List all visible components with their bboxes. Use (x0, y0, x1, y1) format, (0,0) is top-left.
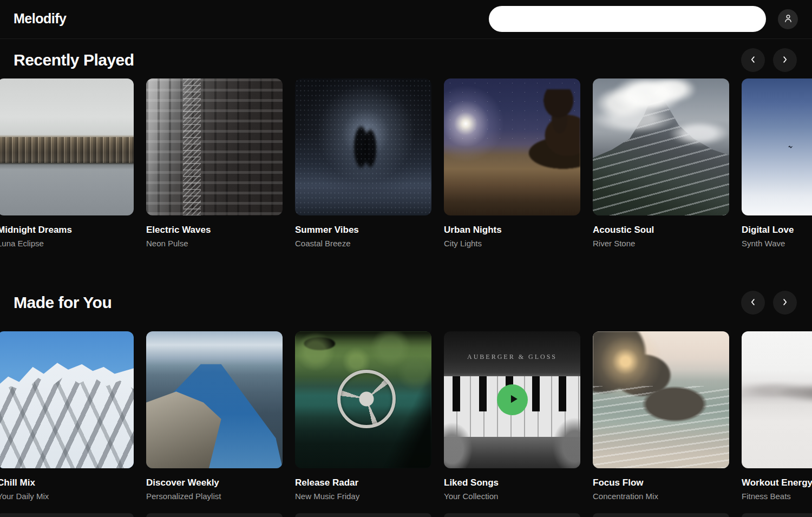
album-art (295, 331, 431, 468)
card-title: Chill Mix (0, 477, 134, 488)
album-art (444, 78, 580, 215)
card-subtitle: Coastal Breeze (295, 239, 431, 248)
card-title: Workout Energy (742, 477, 812, 488)
album-art (0, 331, 134, 468)
card-subtitle: Neon Pulse (146, 239, 283, 248)
album-art (0, 78, 134, 215)
card-subtitle: Luna Eclipse (0, 239, 134, 248)
section-title: Recently Played (14, 51, 134, 69)
carousel-next-button[interactable] (773, 291, 797, 315)
card-title: Discover Weekly (146, 477, 283, 488)
playlist-card[interactable]: Chill Mix Your Daily Mix (0, 331, 134, 501)
card-subtitle: Concentration Mix (593, 492, 729, 501)
recently-played-carousel[interactable]: Midnight Dreams Luna Eclipse Electric Wa… (0, 78, 812, 248)
playlist-card[interactable]: Focus Flow Concentration Mix (593, 331, 729, 501)
card-subtitle: New Music Friday (295, 492, 431, 501)
next-section-card-peek (0, 513, 812, 517)
album-art (742, 331, 812, 468)
chevron-right-icon (780, 297, 790, 309)
chevron-left-icon (748, 297, 758, 309)
album-art (146, 78, 283, 215)
card-subtitle: Your Daily Mix (0, 492, 134, 501)
playlist-card[interactable]: Urban Nights City Lights (444, 78, 580, 248)
chevron-right-icon (780, 55, 790, 66)
carousel-prev-button[interactable] (741, 291, 765, 315)
album-art (146, 331, 283, 468)
made-for-you-carousel[interactable]: Chill Mix Your Daily Mix Discover Weekly… (0, 331, 812, 501)
playlist-card[interactable]: Acoustic Soul River Stone (593, 78, 729, 248)
playlist-card[interactable]: Workout Energy Fitness Beats (742, 331, 812, 501)
section-recently-played: Recently Played Midnight Dreams Luna Ecl… (0, 48, 812, 248)
chevron-left-icon (748, 55, 758, 66)
card-title: Midnight Dreams (0, 225, 134, 235)
album-art (593, 331, 729, 468)
album-art (742, 78, 812, 215)
search-input[interactable] (489, 6, 766, 32)
card-subtitle: Synth Wave (742, 239, 812, 248)
card-title: Release Radar (295, 477, 431, 488)
playlist-card[interactable]: Discover Weekly Personalized Playlist (146, 331, 283, 501)
card-title: Focus Flow (593, 477, 729, 488)
carousel-next-button[interactable] (773, 48, 797, 72)
card-title: Summer Vibes (295, 225, 431, 235)
playlist-card[interactable]: Electric Waves Neon Pulse (146, 78, 283, 248)
card-subtitle: Fitness Beats (742, 492, 812, 501)
carousel-prev-button[interactable] (741, 48, 765, 72)
card-subtitle: Personalized Playlist (146, 492, 283, 501)
play-button[interactable] (497, 384, 528, 415)
album-art: AUBERGER & GLOSS (444, 331, 580, 468)
section-made-for-you: Made for You Chill Mix Your Daily Mix Di… (0, 290, 812, 501)
playlist-card[interactable]: AUBERGER & GLOSS Liked Songs Your Collec… (444, 331, 580, 501)
playlist-card[interactable]: Summer Vibes Coastal Breeze (295, 78, 431, 248)
card-subtitle: City Lights (444, 239, 580, 248)
card-subtitle: River Stone (593, 239, 729, 248)
card-title: Acoustic Soul (593, 225, 729, 235)
playlist-card[interactable]: Release Radar New Music Friday (295, 331, 431, 501)
playlist-card[interactable]: Midnight Dreams Luna Eclipse (0, 78, 134, 248)
album-art (295, 78, 431, 215)
card-title: Urban Nights (444, 225, 580, 235)
card-title: Digital Love (742, 225, 812, 235)
album-art (593, 78, 729, 215)
section-title: Made for You (14, 293, 112, 312)
card-title: Electric Waves (146, 225, 283, 235)
card-subtitle: Your Collection (444, 492, 580, 501)
card-title: Liked Songs (444, 477, 580, 488)
app-header: Melodify (0, 0, 812, 39)
piano-brand-text: AUBERGER & GLOSS (444, 353, 580, 361)
profile-button[interactable] (778, 9, 798, 29)
playlist-card[interactable]: Digital Love Synth Wave (742, 78, 812, 248)
app-logo: Melodify (14, 11, 66, 27)
user-icon (783, 13, 794, 25)
play-icon (504, 391, 521, 408)
